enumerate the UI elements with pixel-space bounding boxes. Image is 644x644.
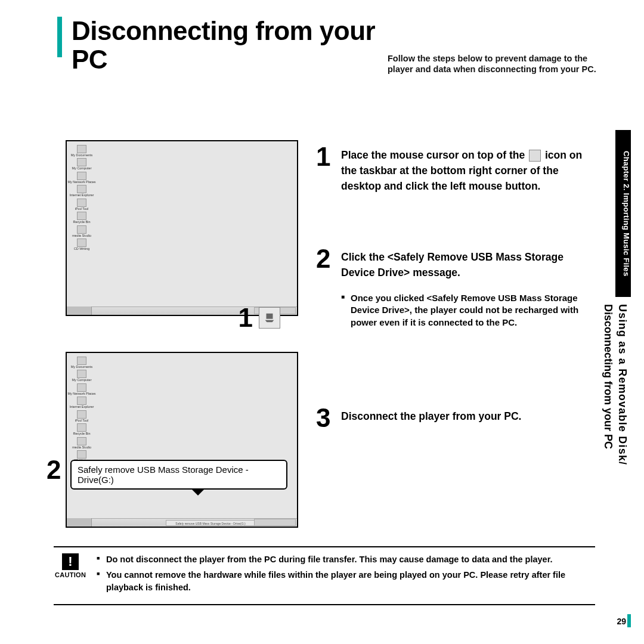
section-side-label: Using as a Removable Disk/ Disconnecting… — [600, 304, 630, 513]
desktop-icon: media Studio — [70, 225, 93, 238]
desktop-icon: iPod Tool — [70, 410, 93, 423]
desktop-icon: CD Writing — [70, 239, 93, 251]
start-button — [67, 518, 92, 527]
desktop-icon: Recycle Bin — [70, 212, 93, 224]
page-number: 29 — [617, 617, 626, 626]
step-note: Once you clicked <Safely Remove USB Mass… — [341, 292, 584, 329]
caution-box: ! CAUTION Do not disconnect the player f… — [54, 546, 595, 605]
main-content: My Documents My Computer My Network Plac… — [48, 134, 602, 552]
screenshots-column: My Documents My Computer My Network Plac… — [48, 134, 298, 552]
desktop-icon: iPod Tool — [70, 199, 93, 211]
caution-item: You cannot remove the hardware while fil… — [97, 569, 595, 593]
desktop-icons: My Documents My Computer My Network Plac… — [70, 357, 93, 463]
caution-label: CAUTION — [55, 571, 86, 578]
desktop-icon: My Network Places — [70, 383, 93, 396]
caution-item: Do not disconnect the player from the PC… — [97, 553, 595, 565]
exclamation-icon: ! — [62, 553, 79, 570]
step-1: 1 Place the mouse cursor on top of the i… — [316, 145, 584, 194]
screenshot-2: My Documents My Computer My Network Plac… — [66, 352, 298, 528]
desktop-icon: Internet Explorer — [70, 185, 93, 197]
chapter-tab: Chapter 2. Importing Music Files — [615, 130, 631, 297]
step-main-text: Click the <Safely Remove USB Mass Storag… — [341, 251, 564, 278]
safely-remove-hardware-icon — [259, 307, 280, 329]
side-label-line1: Using as a Removable Disk/ — [617, 304, 628, 465]
page-accent — [627, 614, 631, 627]
caution-list: Do not disconnect the player from the PC… — [97, 553, 595, 597]
desktop-icon: My Documents — [70, 145, 93, 157]
steps-column: 1 Place the mouse cursor on top of the i… — [298, 134, 584, 552]
desktop-icon: Recycle Bin — [70, 423, 93, 436]
step-text: Disconnect the player from your PC. — [341, 406, 521, 430]
desktop-icon: My Documents — [70, 357, 93, 369]
desktop-icon: Internet Explorer — [70, 397, 93, 409]
tray-balloon-label: Safely remove USB Mass Storage Device - … — [166, 520, 255, 526]
step-2: 2 Click the <Safely Remove USB Mass Stor… — [316, 247, 584, 329]
desktop-icon: My Computer — [70, 370, 93, 382]
safely-remove-balloon: Safely remove USB Mass Storage Device - … — [70, 460, 287, 490]
page-content: Disconnecting from your PC Follow the st… — [48, 17, 602, 552]
page-title: Disconnecting from your PC — [72, 17, 383, 75]
desktop-icon: My Network Places — [70, 172, 93, 184]
desktop-icons: My Documents My Computer My Network Plac… — [70, 145, 93, 251]
callout-1: 1 — [239, 303, 280, 333]
step-text: Place the mouse cursor on top of the ico… — [341, 145, 584, 194]
desktop-icon: media Studio — [70, 437, 93, 450]
screenshot-1: My Documents My Computer My Network Plac… — [66, 140, 298, 316]
start-button — [67, 306, 92, 315]
callout-2-number: 2 — [47, 455, 61, 485]
caution-icon: ! CAUTION — [55, 553, 86, 597]
step-text: Click the <Safely Remove USB Mass Storag… — [341, 247, 584, 329]
safely-remove-hardware-icon — [529, 150, 541, 162]
page-subtitle: Follow the steps below to prevent damage… — [388, 53, 602, 75]
side-label-line2: Disconnecting from your PC — [602, 304, 614, 449]
desktop-icon: My Computer — [70, 158, 93, 171]
step-number: 2 — [316, 247, 341, 329]
system-tray — [254, 519, 296, 526]
title-row: Disconnecting from your PC Follow the st… — [72, 17, 602, 75]
taskbar: Safely remove USB Mass Storage Device - … — [67, 518, 297, 527]
step-number: 3 — [316, 406, 341, 430]
callout-number: 1 — [239, 303, 253, 333]
step-text-a: Place the mouse cursor on top of the — [341, 149, 528, 161]
step-number: 1 — [316, 145, 341, 194]
step-3: 3 Disconnect the player from your PC. — [316, 406, 584, 430]
